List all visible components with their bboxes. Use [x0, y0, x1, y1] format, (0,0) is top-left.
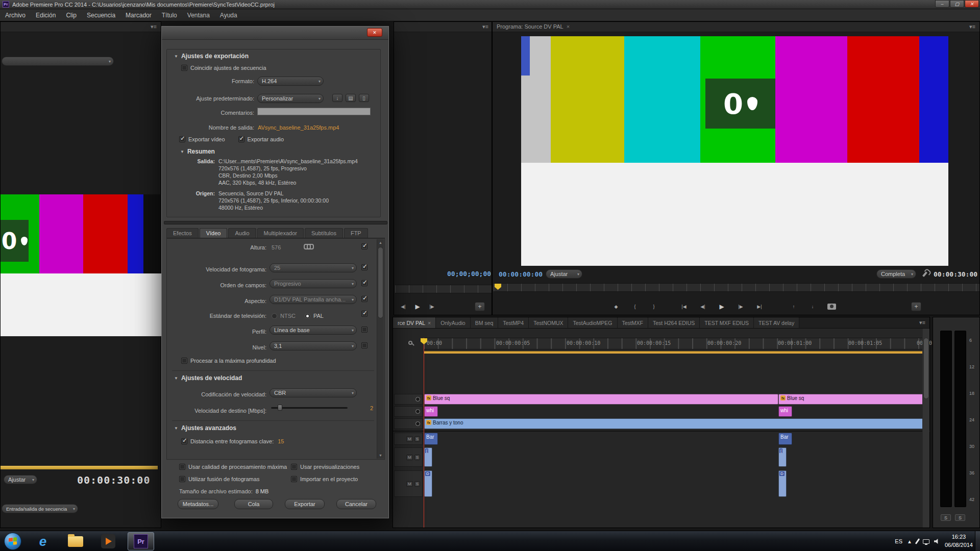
- taskbar-ie-button[interactable]: e: [30, 532, 56, 550]
- source-duration-timecode[interactable]: 00:00:30:00: [77, 474, 150, 486]
- clip-barras-y-tono[interactable]: fx Barras y tono: [424, 418, 923, 429]
- start-button[interactable]: [4, 533, 21, 550]
- height-value[interactable]: 576: [272, 244, 281, 251]
- scroll-down-arrow[interactable]: ▼: [377, 452, 384, 459]
- tab-subtitulos[interactable]: Subtítulos: [305, 228, 343, 238]
- delete-preset-button[interactable]: ▯: [359, 94, 369, 102]
- timeline-tab[interactable]: TEST AV delay: [754, 317, 799, 328]
- cancel-button[interactable]: Cancelar: [336, 499, 376, 509]
- max-render-quality-checkbox[interactable]: ✓: [179, 464, 185, 470]
- tray-expand-icon[interactable]: ▲: [907, 539, 912, 544]
- clip-blue-sq[interactable]: fx Blue sq: [424, 394, 778, 405]
- profile-select[interactable]: Línea de base▾: [270, 325, 357, 335]
- timeline-tab[interactable]: TestMXF: [618, 317, 648, 328]
- clip-blue-sq[interactable]: fx Blue sq: [778, 394, 923, 405]
- source-range-select[interactable]: Entrada/salida de secuencia▾: [2, 504, 78, 513]
- taskbar-premiere-button[interactable]: Pr: [128, 532, 154, 550]
- work-area-bar[interactable]: [424, 351, 923, 354]
- format-select[interactable]: H.264▾: [257, 77, 324, 86]
- menu-titulo[interactable]: Título: [157, 10, 182, 20]
- dialog-titlebar[interactable]: ✕: [162, 27, 388, 40]
- network-icon[interactable]: [923, 539, 929, 544]
- step-forward-button[interactable]: |▶: [734, 302, 747, 311]
- show-desktop-button[interactable]: [975, 531, 980, 551]
- frame-blending-checkbox[interactable]: ✓: [179, 476, 185, 482]
- comments-input[interactable]: [257, 108, 371, 115]
- clip-bar-audio[interactable]: Bar: [778, 433, 792, 445]
- eye-icon[interactable]: [415, 421, 420, 426]
- match-sequence-checkbox[interactable]: ✓: [181, 65, 187, 71]
- solo-left-button[interactable]: S: [941, 514, 951, 521]
- add-button[interactable]: +: [475, 302, 485, 311]
- taskbar-explorer-button[interactable]: [62, 532, 89, 550]
- menu-marcador[interactable]: Marcador: [120, 10, 157, 20]
- import-preset-button[interactable]: ▤: [346, 94, 356, 102]
- keyframe-distance-checkbox[interactable]: ✓: [181, 438, 187, 444]
- tab-close-icon[interactable]: ×: [567, 23, 570, 30]
- profile-checkbox[interactable]: ✓: [361, 327, 368, 333]
- panel-menu-icon[interactable]: ▾≡: [482, 23, 488, 30]
- playhead-line[interactable]: [424, 338, 424, 528]
- export-audio-checkbox[interactable]: ✓: [238, 136, 244, 142]
- program-mini-ruler[interactable]: [494, 283, 979, 292]
- aspect-select[interactable]: D1/DV PAL Pantalla ancha...▾: [270, 295, 357, 304]
- track-header-v3[interactable]: [394, 394, 423, 405]
- export-settings-header[interactable]: ▼Ajustes de exportación: [174, 53, 249, 60]
- keyframe-distance-value[interactable]: 15: [278, 438, 284, 444]
- bitrate-encoding-select[interactable]: CBR▾: [270, 388, 357, 397]
- volume-icon[interactable]: [934, 538, 940, 544]
- play-button[interactable]: ▶: [411, 302, 424, 311]
- level-checkbox[interactable]: ✓: [361, 342, 368, 348]
- aspect-checkbox[interactable]: ✓: [361, 296, 368, 302]
- menu-ventana[interactable]: Ventana: [182, 10, 215, 20]
- metadata-button[interactable]: Metadatos...: [178, 499, 218, 509]
- target-bitrate-value[interactable]: 2: [370, 405, 373, 411]
- clip-whi[interactable]: whi: [778, 406, 792, 417]
- step-back-button[interactable]: ◀|: [697, 302, 709, 311]
- track-header-a1[interactable]: M S: [394, 433, 423, 445]
- mute-button[interactable]: M: [406, 455, 413, 460]
- program-tab[interactable]: Programa: Source DV PAL ×: [497, 23, 570, 30]
- add-button[interactable]: +: [911, 302, 921, 311]
- mid-timecode[interactable]: 00;00;00;00: [447, 270, 491, 278]
- summary-header[interactable]: ▼Resumen: [180, 148, 215, 155]
- output-name-link[interactable]: AVsync_baseline_31a25fps.mp4: [258, 124, 339, 131]
- tab-ftp[interactable]: FTP: [344, 228, 368, 238]
- mute-button[interactable]: M: [406, 436, 413, 442]
- source-select[interactable]: ▾: [2, 57, 114, 66]
- timeline-ruler[interactable]: 00:00 00:00:00:05 00:00:00:10 00:00:00:1…: [424, 338, 923, 349]
- max-depth-checkbox[interactable]: ✓: [181, 358, 187, 364]
- taskbar-media-player-button[interactable]: [95, 532, 121, 550]
- step-back-button[interactable]: ◀|: [397, 302, 409, 311]
- fps-select[interactable]: 25▾: [270, 263, 357, 272]
- scroll-up-arrow[interactable]: ▲: [377, 239, 384, 246]
- maximize-button[interactable]: ▢: [950, 0, 964, 8]
- settings-wrench-icon[interactable]: [922, 271, 927, 277]
- menu-secuencia[interactable]: Secuencia: [82, 10, 120, 20]
- minimize-button[interactable]: –: [935, 0, 949, 8]
- source-fit-select[interactable]: Ajustar▾: [4, 475, 37, 484]
- tab-audio[interactable]: Audio: [228, 228, 256, 238]
- tab-video[interactable]: Vídeo: [200, 228, 228, 238]
- solo-button[interactable]: S: [414, 436, 420, 442]
- timeline-tab[interactable]: OnlyAudio: [436, 317, 470, 328]
- clip-whi[interactable]: whi: [424, 406, 438, 417]
- save-preset-button[interactable]: ↓: [332, 94, 342, 102]
- menu-archivo[interactable]: Archivo: [0, 10, 31, 20]
- add-marker-button[interactable]: ◆: [610, 302, 622, 311]
- eye-icon[interactable]: [415, 397, 420, 402]
- queue-button[interactable]: Cola: [234, 499, 273, 509]
- search-icon[interactable]: [408, 341, 412, 345]
- mid-mini-ruler[interactable]: [395, 285, 492, 293]
- export-button[interactable]: Exportar: [285, 499, 325, 509]
- target-bitrate-slider[interactable]: [271, 404, 348, 411]
- menu-edicion[interactable]: Edición: [31, 10, 61, 20]
- track-header-v1[interactable]: [394, 418, 423, 429]
- goto-out-button[interactable]: ▶|: [753, 302, 766, 311]
- fps-checkbox[interactable]: ✓: [361, 264, 368, 270]
- program-fit-select[interactable]: Ajustar▾: [546, 269, 582, 279]
- panel-menu-icon[interactable]: ▾≡: [919, 319, 925, 326]
- slider-handle[interactable]: [278, 405, 282, 411]
- field-order-checkbox[interactable]: ✓: [361, 280, 368, 286]
- language-indicator[interactable]: ES: [895, 538, 902, 544]
